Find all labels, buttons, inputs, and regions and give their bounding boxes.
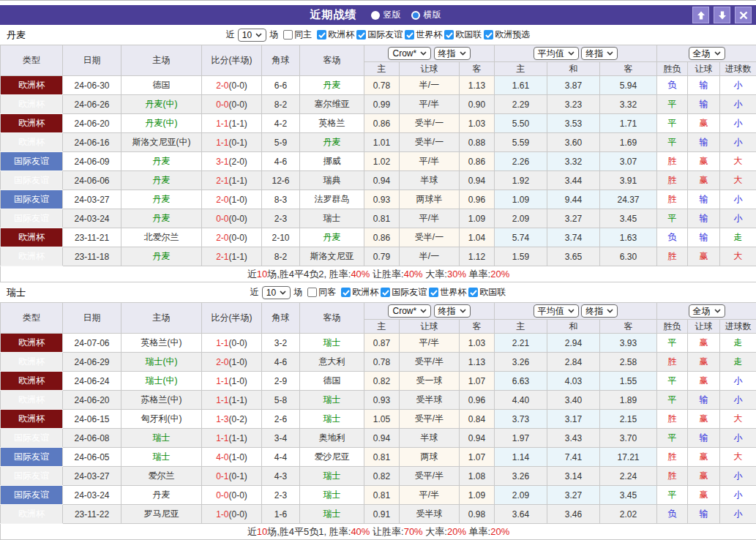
cell-result-handicap: 输 [688,429,720,448]
cell-avg-away-odds: 17.21 [600,448,657,467]
competition-checkbox[interactable]: 世界杯 [429,286,466,299]
radio-vertical-label: 竖版 [383,9,401,21]
cell-handicap-home-odds: 0.93 [364,190,400,209]
competition-label: 欧洲预选 [495,29,530,41]
competition-checkbox[interactable]: 欧洲杯 [341,286,378,299]
final-odds-select-2[interactable]: 终指 [581,304,618,318]
radio-horizontal-layout[interactable]: 横版 [411,9,441,21]
cell-away-team: 瑞士 [300,410,364,429]
chevron-down-icon [460,51,466,56]
cell-avg-draw-odds: 3.87 [547,76,600,95]
match-scope-select[interactable]: 全场 [689,47,725,60]
cell-home-team: 瑞士 [121,448,202,467]
checkbox-icon [283,30,293,40]
cell-avg-away-odds: 3.91 [600,171,657,190]
competition-checkbox[interactable]: 国际友谊 [381,286,427,299]
checkbox-icon [444,30,454,40]
cell-result-goals: 大 [720,247,756,266]
cell-result-goals: 走 [720,334,756,353]
cell-corners: 4-6 [262,152,300,171]
cell-score: 1-0(0-0) [202,505,262,524]
cell-avg-home-odds: 5.74 [495,228,547,247]
competition-checkbox[interactable]: 欧国联 [468,286,506,299]
match-row: 国际友谊24-03-27爱尔兰0-1(0-1)4-3瑞士0.82受平/半1.08… [1,467,756,486]
cell-avg-away-odds: 3.45 [600,486,657,505]
cell-corners: 1-6 [262,505,300,524]
average-select[interactable]: 平均值 [534,47,579,60]
cell-away-team: 瑞士 [300,334,364,353]
final-odds-select[interactable]: 终指 [434,47,471,60]
cell-result-goals: 大 [720,448,756,467]
cell-away-team: 德国 [300,372,364,391]
cell-result-goals: 小 [720,190,756,209]
cell-competition: 欧洲杯 [1,334,63,353]
cell-corners: 5-9 [262,133,300,152]
cell-result-handicap: 输 [688,190,720,209]
competition-checkbox[interactable]: 国际友谊 [356,29,403,41]
radio-vertical-layout[interactable]: 竖版 [371,9,401,21]
final-odds-select[interactable]: 终指 [434,304,471,318]
near-label: 近 [250,286,259,299]
cell-result-handicap: 赢 [688,334,720,353]
cell-result-outcome: 负 [657,76,688,95]
bookmaker-select[interactable]: Crow* [388,47,431,60]
cell-score: 2-0(1-0) [202,353,262,372]
cell-avg-draw-odds: 3.44 [547,171,600,190]
competition-label: 欧国联 [455,29,482,41]
cell-home-team: 丹麦 [121,152,202,171]
team-name: 瑞士 [7,286,26,299]
cell-handicap-home-odds: 0.82 [364,467,400,486]
cell-score: 0-0(0-0) [202,486,262,505]
cell-corners: 2-10 [262,228,300,247]
match-scope-select[interactable]: 全场 [689,304,725,318]
match-count-select[interactable]: 10 [262,286,291,299]
cell-handicap-home-odds: 1.05 [364,410,400,429]
same-venue-checkbox[interactable]: 同主 [283,29,312,41]
cell-corners: 2-3 [262,486,300,505]
cell-handicap-line: 受半/一 [400,228,460,247]
cell-avg-away-odds: 2.24 [600,467,657,486]
cell-result-outcome: 平 [657,486,688,505]
cell-score: 1-1(0-1) [202,133,262,152]
cell-handicap-line: 受半/一 [400,114,460,133]
competition-checkbox[interactable]: 世界杯 [405,29,442,41]
competition-checkbox[interactable]: 欧洲预选 [484,29,530,41]
cell-avg-away-odds: 3.93 [600,334,657,353]
chevron-down-icon [568,51,575,56]
cell-result-handicap: 赢 [688,448,720,467]
cell-home-team: 丹麦 [121,171,202,190]
same-venue-checkbox[interactable]: 同客 [307,286,336,299]
cell-result-outcome: 平 [657,334,688,353]
result-group-header: 全场 [657,45,756,62]
match-count-value: 10 [266,288,276,298]
competition-checkbox[interactable]: 欧洲杯 [317,29,354,41]
col-result-outcome: 胜负 [657,62,688,76]
move-down-button[interactable] [714,7,730,23]
match-count-select[interactable]: 10 [238,29,266,42]
cell-away-team: 丹麦 [300,133,364,152]
average-select[interactable]: 平均值 [534,304,579,318]
cell-handicap-line: 受平/半 [400,353,460,372]
cell-competition: 欧洲杯 [1,114,63,133]
move-up-button[interactable] [692,7,709,23]
cell-date: 23-11-21 [63,228,121,247]
cell-home-team: 德国 [121,76,202,95]
cell-avg-draw-odds: 3.27 [547,209,600,228]
cell-corners: 2-3 [262,209,300,228]
cell-result-handicap: 赢 [688,486,720,505]
final-odds-select-2[interactable]: 终指 [581,47,618,60]
average-select-value: 平均值 [538,48,564,60]
cell-result-outcome: 负 [657,505,688,524]
close-button[interactable] [735,7,752,23]
cell-date: 24-03-27 [63,190,121,209]
cell-date: 24-06-15 [63,410,121,429]
cell-avg-away-odds: 1.55 [600,372,657,391]
cell-avg-home-odds: 2.29 [495,95,547,114]
bookmaker-select[interactable]: Crow* [388,304,431,318]
check-icon [485,32,493,38]
cell-date: 24-07-06 [63,334,121,353]
cell-home-team: 斯洛文尼亚(中) [121,133,202,152]
cell-handicap-away-odds: 0.96 [460,190,495,209]
cell-corners: 12-6 [262,171,300,190]
competition-checkbox[interactable]: 欧国联 [444,29,482,41]
